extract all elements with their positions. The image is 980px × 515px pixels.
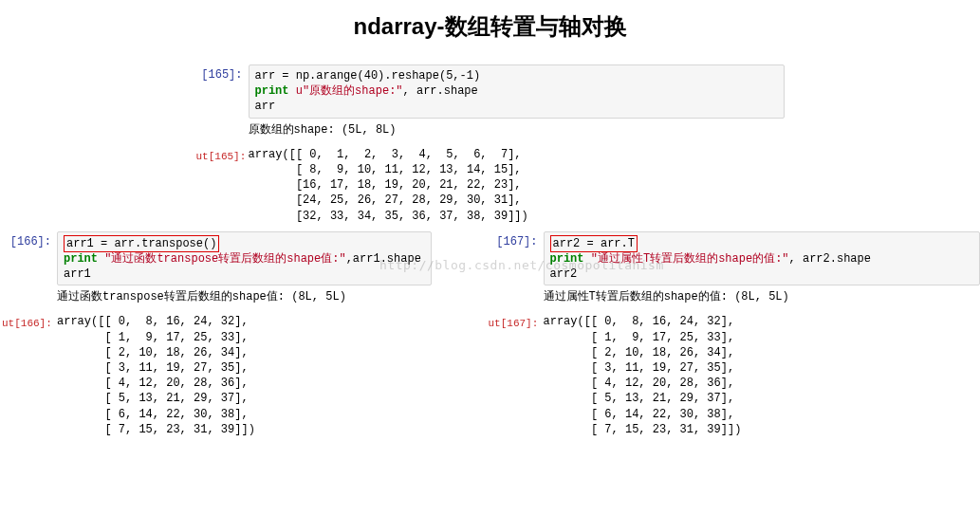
code-input-166: arr1 = arr.transpose() print "通过函数transp… <box>57 231 432 286</box>
code-line: arr = np.arange(40).reshape(5,-1) <box>255 69 481 83</box>
code-input-165: arr = np.arange(40).reshape(5,-1) print … <box>249 64 785 119</box>
cell-165: [165]: arr = np.arange(40).reshape(5,-1)… <box>196 64 785 224</box>
code-tail: , arr.shape <box>403 84 478 98</box>
code-line: arr1 <box>64 267 91 281</box>
array-output-165: array([[ 0, 1, 2, 3, 4, 5, 6, 7], [ 8, 9… <box>249 147 785 224</box>
out-prompt-165: ut[165]: <box>196 147 249 224</box>
out-prompt-167: ut[167]: <box>489 314 544 437</box>
stdout-167: 通过属性T转置后数组的shape的值: (8L, 5L) <box>544 285 980 310</box>
string-literal: u"原数组的shape:" <box>289 84 403 98</box>
code-line: arr <box>255 100 276 113</box>
array-output-166: array([[ 0, 8, 16, 24, 32], [ 1, 9, 17, … <box>57 314 432 437</box>
print-keyword: print <box>255 84 289 98</box>
stdout-166: 通过函数transpose转置后数组的shape值: (8L, 5L) <box>57 285 432 310</box>
string-literal: "通过函数transpose转置后数组的shape值:" <box>98 252 346 266</box>
page-title: ndarray-数组转置与轴对换 <box>0 0 980 64</box>
in-prompt-166: [166]: <box>2 231 57 311</box>
highlighted-code: arr1 = arr.transpose() <box>64 235 219 252</box>
out-prompt-166: ut[166]: <box>2 314 57 437</box>
array-output-167: array([[ 0, 8, 16, 24, 32], [ 1, 9, 17, … <box>544 314 980 437</box>
stdout-165: 原数组的shape: (5L, 8L) <box>249 119 785 143</box>
print-keyword: print <box>64 252 98 266</box>
cell-166: [166]: arr1 = arr.transpose() print "通过函… <box>0 231 432 441</box>
highlighted-code: arr2 = arr.T <box>550 235 638 252</box>
watermark-text: http://blog.csdn.net/cosmopolitanism <box>379 258 664 272</box>
in-prompt-165: [165]: <box>196 64 249 143</box>
code-tail: , arr2.shape <box>789 252 871 266</box>
